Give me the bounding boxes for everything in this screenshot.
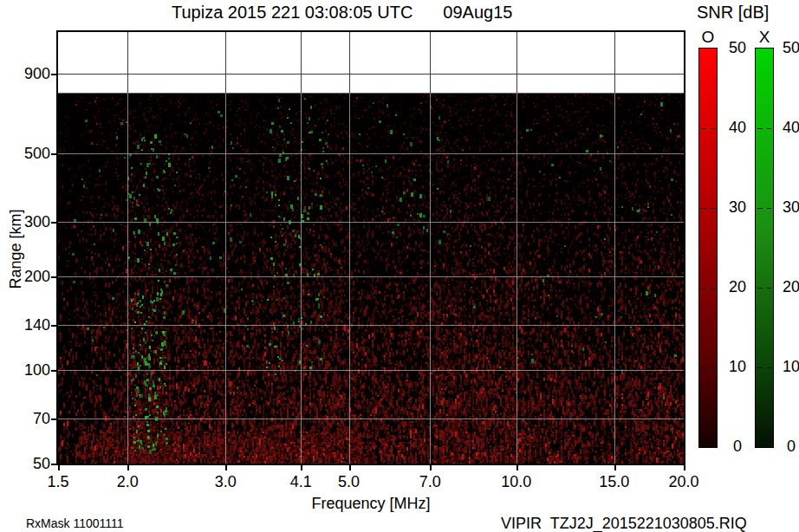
plot-frame: [56, 30, 685, 465]
colorbar-tick-dash: [767, 128, 771, 129]
x-tick-mark: [614, 465, 616, 470]
y-tick-label: 900: [0, 65, 50, 82]
x-tick-label: 20.0: [659, 473, 708, 490]
colorbar-tick-dash: [767, 367, 771, 368]
colorbar-tick-label: 30: [724, 199, 750, 215]
y-tick-label: 100: [0, 361, 50, 379]
colorbar-tick-dash: [701, 128, 706, 129]
x-tick-label: 4.1: [276, 473, 325, 490]
colorbar-tick-label: 0: [778, 438, 799, 454]
colorbar-tick-label: 20: [724, 279, 750, 295]
colorbar-tick-label: 50: [724, 40, 750, 55]
ionogram-screen: Tupiza 2015 221 03:08:05 UTC 09Aug15 SNR…: [0, 0, 799, 532]
x-tick-mark: [516, 465, 518, 470]
x-tick-mark: [430, 465, 432, 470]
y-axis-title: Range [km]: [7, 167, 25, 332]
colorbar-tick-dash: [711, 288, 715, 289]
y-tick-mark: [51, 153, 56, 155]
ionogram-canvas: [58, 32, 684, 464]
data-file-text: VIPIR TZJ2J_2015221030805.RIQ: [501, 515, 747, 532]
colorbar-tick-dash: [711, 128, 715, 129]
x-tick-label: 7.0: [406, 473, 454, 490]
colorbar-tick-label: 40: [778, 120, 799, 135]
x-tick-label: 15.0: [590, 473, 639, 490]
colorbar-tick-dash: [701, 367, 706, 368]
colorbar-tick-dash: [767, 208, 771, 209]
colorbar-tick-label: 40: [724, 120, 750, 135]
y-tick-mark: [51, 222, 56, 224]
x-tick-label: 2.0: [103, 473, 152, 490]
colorbar-tick-label: 10: [724, 359, 750, 374]
x-tick-mark: [301, 465, 302, 470]
colorbar-tick-dash: [711, 367, 715, 368]
y-tick-mark: [51, 74, 56, 75]
o-colorbar: [698, 48, 718, 448]
rxmask-text: RxMask 11001111: [26, 516, 124, 530]
x-tick-mark: [58, 465, 60, 470]
plot-title: Tupiza 2015 221 03:08:05 UTC 09Aug15: [172, 3, 512, 23]
y-tick-mark: [51, 370, 56, 372]
x-colorbar: [755, 48, 774, 448]
x-tick-label: 10.0: [492, 473, 541, 490]
colorbar-tick-dash: [711, 208, 715, 209]
y-tick-mark: [51, 418, 56, 420]
colorbar-tick-dash: [701, 288, 706, 289]
x-tick-mark: [349, 465, 351, 470]
y-tick-label: 500: [0, 145, 50, 162]
x-tick-mark: [225, 465, 227, 470]
x-tick-label: 1.5: [34, 473, 82, 490]
colorbar-tick-label: 20: [778, 279, 799, 295]
x-axis-title: Frequency [MHz]: [267, 495, 475, 513]
colorbar-tick-dash: [767, 288, 771, 289]
y-tick-mark: [51, 325, 56, 327]
x-tick-mark: [684, 465, 685, 470]
colorbar-tick-label: 0: [724, 438, 750, 454]
colorbar-tick-dash: [757, 367, 763, 368]
y-tick-label: 200: [0, 268, 50, 285]
y-tick-label: 140: [0, 316, 50, 334]
y-tick-label: 50: [0, 455, 50, 472]
y-tick-mark: [51, 464, 56, 465]
x-tick-label: 5.0: [325, 473, 374, 490]
colorbar-tick-dash: [757, 128, 763, 129]
colorbar-tick-dash: [701, 208, 706, 209]
colorbar-tick-label: 30: [778, 199, 799, 215]
colorbar-tick-label: 10: [778, 359, 799, 374]
o-polarization-label: O: [698, 28, 718, 47]
colorbar-tick-label: 50: [778, 40, 799, 55]
snr-legend-title: SNR [dB]: [697, 3, 769, 23]
colorbar-tick-dash: [757, 288, 763, 289]
y-tick-mark: [51, 276, 56, 278]
y-tick-label: 70: [0, 410, 50, 427]
x-tick-label: 3.0: [201, 473, 250, 490]
y-tick-label: 300: [0, 213, 50, 230]
colorbar-tick-dash: [757, 208, 763, 209]
x-polarization-label: X: [755, 28, 774, 47]
title-text: Tupiza 2015 221 03:08:05 UTC: [172, 3, 412, 23]
title-date: 09Aug15: [443, 3, 512, 23]
x-tick-mark: [127, 465, 129, 470]
